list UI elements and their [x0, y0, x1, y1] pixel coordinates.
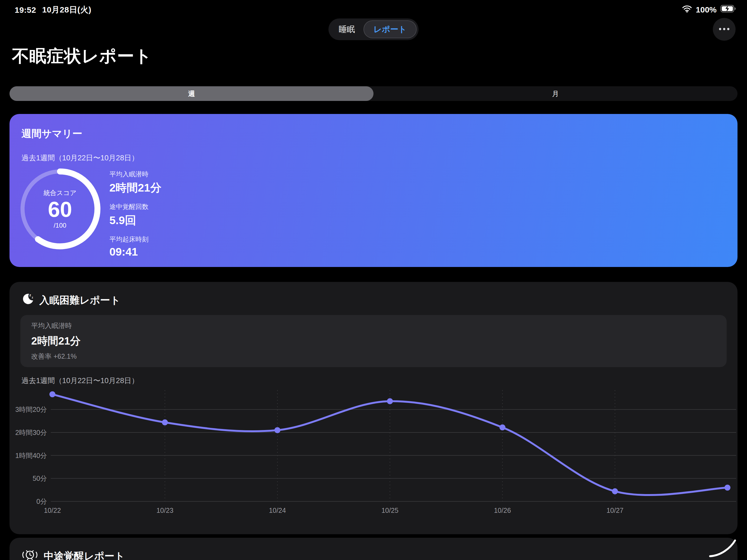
top-segment-sleep[interactable]: 睡眠	[330, 20, 363, 38]
chart-point	[499, 424, 506, 430]
chart-x-label: 10/23	[156, 507, 174, 514]
range-tab-week[interactable]: 週	[9, 86, 374, 101]
summary-stat-row: 途中覚醒回数 5.9回	[109, 203, 161, 228]
status-bar-right: 100%	[682, 5, 736, 15]
range-tab-month[interactable]: 月	[374, 86, 738, 101]
chart-point	[724, 485, 730, 490]
battery-charging-icon	[720, 5, 736, 15]
summary-stats: 平均入眠潜時 2時間21分 途中覚醒回数 5.9回 平均起床時刻 09:41	[109, 170, 161, 258]
chart-x-label: 10/25	[381, 507, 398, 514]
stat-box-value: 2時間21分	[31, 334, 716, 348]
stat-label: 平均入眠潜時	[109, 170, 161, 179]
more-options-button[interactable]	[713, 18, 736, 41]
ellipsis-icon	[719, 27, 730, 32]
status-bar-left: 19:52 10月28日(火)	[15, 4, 91, 16]
score-denominator: /100	[54, 222, 67, 229]
summary-stat-row: 平均入眠潜時 2時間21分	[109, 170, 161, 195]
alarm-waves-icon	[21, 549, 38, 560]
chart-y-label: 50分	[32, 475, 47, 482]
chart-point	[162, 420, 168, 425]
stat-label: 途中覚醒回数	[109, 203, 161, 211]
stat-value: 2時間21分	[109, 181, 161, 195]
score-value: 60	[48, 198, 72, 220]
stat-box-improvement: 改善率 +62.1%	[31, 352, 716, 361]
chart-point	[275, 427, 280, 433]
score-label: 統合スコア	[44, 189, 77, 197]
chart-x-label: 10/24	[269, 507, 286, 514]
score-ring-text: 統合スコア 60 /100	[19, 168, 101, 249]
stat-label: 平均起床時刻	[109, 235, 161, 244]
status-date: 10月28日(火)	[42, 4, 91, 16]
range-tab-week-label: 週	[188, 89, 195, 98]
chart-x-label: 10/27	[607, 507, 623, 514]
summary-card-subtitle: 過去1週間（10月22日〜10月28日）	[21, 153, 726, 163]
sleep-latency-stat-box: 平均入眠潜時 2時間21分 改善率 +62.1%	[20, 315, 727, 367]
top-segment-report-label: レポート	[374, 24, 407, 35]
chart-point	[612, 488, 618, 494]
chart-point	[49, 391, 55, 397]
chart-y-label: 3時間20分	[15, 406, 47, 413]
summary-card-title: 週間サマリー	[21, 127, 726, 140]
chart-y-label: 0分	[36, 498, 47, 505]
wifi-icon	[682, 5, 692, 15]
svg-text:z: z	[32, 296, 33, 299]
moon-zzz-icon: z z	[21, 293, 34, 308]
svg-text:z: z	[29, 293, 31, 297]
sleep-onset-card-title: 入眠困難レポート	[40, 294, 121, 307]
range-tabs: 週 月	[9, 86, 738, 101]
summary-stat-row: 平均起床時刻 09:41	[109, 235, 161, 258]
stat-value: 5.9回	[109, 213, 161, 228]
stat-box-label: 平均入眠潜時	[31, 321, 716, 330]
range-tab-month-label: 月	[552, 89, 559, 98]
awakening-card-header: 中途覚醒レポート	[21, 549, 125, 560]
top-segment-sleep-label: 睡眠	[339, 24, 355, 35]
chart-x-label: 10/22	[44, 507, 61, 514]
top-segmented-control: 睡眠 レポート	[329, 19, 418, 40]
status-time: 19:52	[15, 5, 36, 15]
chart-y-label: 2時間30分	[15, 429, 47, 436]
awakening-card-title: 中途覚醒レポート	[44, 550, 125, 560]
battery-percent: 100%	[696, 5, 717, 15]
chart-y-label: 1時間40分	[15, 452, 47, 459]
partial-chart-curve	[709, 539, 738, 559]
weekly-summary-card: 週間サマリー 過去1週間（10月22日〜10月28日） 統合スコア 60 /10…	[9, 114, 738, 267]
top-segment-report[interactable]: レポート	[363, 20, 417, 38]
score-ring: 統合スコア 60 /100	[19, 168, 101, 249]
sleep-onset-card: z z 入眠困難レポート 平均入眠潜時 2時間21分 改善率 +62.1% 過去…	[9, 282, 738, 534]
chart-x-label: 10/26	[494, 507, 511, 514]
sleep-onset-card-header: z z 入眠困難レポート	[21, 293, 121, 308]
chart-point	[387, 398, 393, 404]
stat-value: 09:41	[109, 245, 161, 258]
awakening-card: 中途覚醒レポート	[9, 538, 738, 560]
page-title: 不眠症状レポート	[12, 45, 152, 68]
sleep-latency-chart: 0分50分1時間40分2時間30分3時間20分10/2210/2310/2410…	[9, 382, 738, 524]
